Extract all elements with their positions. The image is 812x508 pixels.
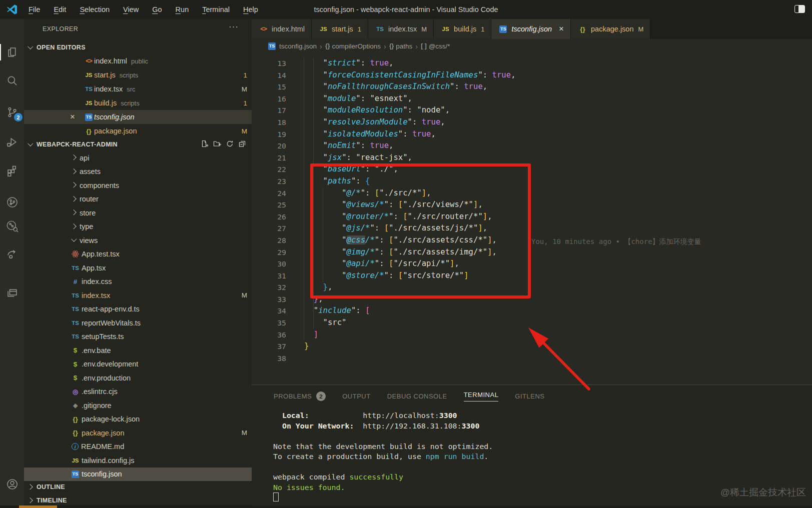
git-history-icon[interactable] xyxy=(0,217,24,235)
timeline-section-header[interactable]: TIMELINE xyxy=(24,494,252,506)
code-line[interactable]: "module": "esnext", xyxy=(304,93,516,105)
tree-item-store[interactable]: store xyxy=(24,206,252,220)
tree-item-assets[interactable]: assets xyxy=(24,165,252,179)
tab-tsconfig.json[interactable]: TStsconfig.json× xyxy=(491,19,571,39)
code-line[interactable]: "@views/*": ["./src/views/*"], xyxy=(304,199,516,211)
tree-item-.env.production[interactable]: $.env.production xyxy=(24,371,252,385)
tree-item-tailwind.config.js[interactable]: JStailwind.config.js xyxy=(24,454,252,468)
code-line[interactable]: "resolveJsonModule": true, xyxy=(304,116,516,128)
breadcrumb-item-@css/*[interactable]: [ ]@css/* xyxy=(421,42,450,50)
menu-item-help[interactable]: Help xyxy=(239,4,263,15)
menu-item-terminal[interactable]: Terminal xyxy=(198,4,234,15)
code-line[interactable]: }, xyxy=(304,294,516,306)
tree-item-reportWebVitals.ts[interactable]: TSreportWebVitals.ts xyxy=(24,316,252,330)
tab-index.tsx[interactable]: TSindex.tsxM xyxy=(368,19,434,39)
code-line[interactable]: "@css/*": ["./src/assets/css/*"], xyxy=(304,234,516,246)
new-file-icon[interactable] xyxy=(201,140,209,148)
tree-item-.eslintrc.cjs[interactable]: ◎.eslintrc.cjs xyxy=(24,385,252,399)
collapse-all-icon[interactable] xyxy=(238,140,247,148)
code-line[interactable]: "@store/*": ["src/store/*"] xyxy=(304,270,516,282)
open-editor-index.html[interactable]: <>index.htmlpublic xyxy=(24,54,252,68)
open-editor-tsconfig.json[interactable]: ×TStsconfig.json xyxy=(24,110,252,124)
tab-start.js[interactable]: JSstart.js1 xyxy=(312,19,368,39)
panel-tab-debug-console[interactable]: DEBUG CONSOLE xyxy=(387,392,447,400)
remote-windows-icon[interactable] xyxy=(0,284,24,302)
layout-toggle-icon[interactable] xyxy=(794,5,805,13)
open-editor-index.tsx[interactable]: TSindex.tsxsrcM xyxy=(24,82,252,96)
source-control-icon[interactable]: 2 xyxy=(0,103,24,121)
code-editor[interactable]: 1314151617181920212223242526272829303132… xyxy=(252,53,812,384)
tree-item-App.test.tsx[interactable]: App.test.tsx xyxy=(24,248,252,262)
tree-item-router[interactable]: router xyxy=(24,192,252,206)
code-line[interactable]: "@js/*": ["./src/assets/js/*"], xyxy=(304,222,516,234)
run-debug-icon[interactable] xyxy=(0,133,24,151)
tab-build.js[interactable]: JSbuild.js1 xyxy=(434,19,491,39)
project-section-header[interactable]: WEBAPCK-REACT-ADMIN xyxy=(24,138,252,151)
code-line[interactable]: "@router/*": ["./src/router/*"], xyxy=(304,211,516,223)
menu-item-go[interactable]: Go xyxy=(148,4,166,15)
panel-tab-output[interactable]: OUTPUT xyxy=(342,392,370,400)
tree-item-type[interactable]: type xyxy=(24,220,252,234)
tab-index.html[interactable]: <>index.html xyxy=(252,19,312,39)
code-line[interactable]: "noEmit": true, xyxy=(304,140,516,152)
breadcrumb-item-tsconfig.json[interactable]: TStsconfig.json xyxy=(267,42,317,50)
code-line[interactable] xyxy=(304,352,516,364)
close-icon[interactable]: × xyxy=(559,24,564,34)
tree-item-.env.development[interactable]: $.env.development xyxy=(24,358,252,372)
tree-item-README.md[interactable]: iREADME.md xyxy=(24,440,252,454)
outline-section-header[interactable]: OUTLINE xyxy=(24,480,252,494)
code-line[interactable]: "strict": true, xyxy=(304,58,516,70)
open-editor-package.json[interactable]: {}package.jsonM xyxy=(24,124,252,138)
panel-tab-gitlens[interactable]: GITLENS xyxy=(515,392,544,400)
tree-item-App.tsx[interactable]: TSApp.tsx xyxy=(24,261,252,275)
code-line[interactable]: "moduleResolution": "node", xyxy=(304,104,516,116)
tree-item-react-app-env.d.ts[interactable]: TSreact-app-env.d.ts xyxy=(24,302,252,316)
code-line[interactable]: "include": [ xyxy=(304,305,516,317)
tree-item-components[interactable]: components xyxy=(24,178,252,192)
code-line[interactable]: }, xyxy=(304,282,516,294)
code-line[interactable]: } xyxy=(304,340,516,352)
gitlens-icon[interactable] xyxy=(0,193,24,211)
breadcrumb-item-compilerOptions[interactable]: {}compilerOptions xyxy=(325,42,381,50)
open-editors-section-header[interactable]: OPEN EDITORS xyxy=(24,41,252,54)
tree-item-.gitignore[interactable]: ◈.gitignore xyxy=(24,398,252,412)
tree-item-index.tsx[interactable]: TSindex.tsxM xyxy=(24,288,252,302)
code-line[interactable]: "@api/*": ["/src/api/*"], xyxy=(304,258,516,270)
tree-item-api[interactable]: api xyxy=(24,151,252,165)
tree-item-package.json[interactable]: {}package.jsonM xyxy=(24,426,252,440)
open-editor-build.js[interactable]: JSbuild.jsscripts1 xyxy=(24,96,252,110)
code-line[interactable]: "isolatedModules": true, xyxy=(304,128,516,140)
code-line[interactable]: "paths": { xyxy=(304,176,516,188)
code-line[interactable]: "@/*": ["./src/*"], xyxy=(304,188,516,200)
tree-item-setupTests.ts[interactable]: TSsetupTests.ts xyxy=(24,330,252,344)
close-icon[interactable]: × xyxy=(24,112,84,122)
code-line[interactable]: "baseUrl": "./", xyxy=(304,164,516,176)
panel-tab-problems[interactable]: PROBLEMS2 xyxy=(274,392,326,401)
new-folder-icon[interactable] xyxy=(213,140,222,148)
code-line[interactable]: "noFallthroughCasesInSwitch": true, xyxy=(304,81,516,93)
menu-item-view[interactable]: View xyxy=(119,4,143,15)
code-line[interactable]: ] xyxy=(304,329,516,341)
explorer-icon[interactable] xyxy=(0,43,24,61)
menu-item-edit[interactable]: Edit xyxy=(49,4,71,15)
menu-item-run[interactable]: Run xyxy=(171,4,194,15)
tab-package.json[interactable]: {}package.jsonM xyxy=(571,19,650,39)
code-line[interactable]: "@img/*": ["./src/assets/img/*"], xyxy=(304,246,516,258)
extensions-icon[interactable] xyxy=(0,162,24,180)
tree-item-tsconfig.json[interactable]: TStsconfig.json xyxy=(24,468,252,482)
panel-tab-terminal[interactable]: TERMINAL xyxy=(464,391,499,402)
code-line[interactable]: "forceConsistentCasingInFileNames": true… xyxy=(304,70,516,82)
refresh-icon[interactable] xyxy=(226,140,234,148)
search-icon[interactable] xyxy=(0,72,24,90)
tree-item-package-lock.json[interactable]: {}package-lock.json xyxy=(24,412,252,426)
menu-item-selection[interactable]: Selection xyxy=(75,4,114,15)
tree-item-.env.bate[interactable]: $.env.bate xyxy=(24,344,252,358)
open-editor-start.js[interactable]: JSstart.jsscripts1 xyxy=(24,68,252,82)
account-icon[interactable] xyxy=(0,475,24,493)
tree-item-views[interactable]: views xyxy=(24,234,252,248)
tree-item-index.css[interactable]: #index.css xyxy=(24,275,252,289)
menu-item-file[interactable]: File xyxy=(24,4,45,15)
code-line[interactable]: "src" xyxy=(304,317,516,329)
more-actions-icon[interactable]: ··· xyxy=(229,22,239,32)
live-share-icon[interactable] xyxy=(0,245,24,263)
